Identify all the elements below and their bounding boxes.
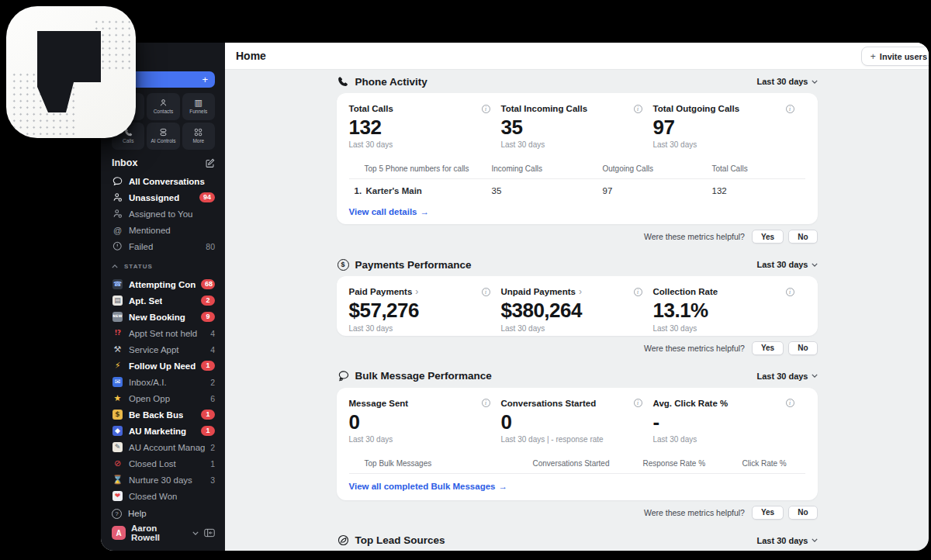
compose-icon[interactable]: [205, 158, 215, 168]
sidebar-status-item[interactable]: ◆ AU Marketing 1: [101, 423, 225, 439]
avatar: A: [112, 526, 126, 540]
status-emoji-icon: ★: [112, 393, 123, 403]
status-count: 4: [210, 329, 215, 338]
sidebar-status-item[interactable]: ☎ Attempting Contact 68: [101, 276, 225, 292]
sidebar-item-assigned-to-you[interactable]: Assigned to You: [101, 206, 225, 222]
chevron-down-icon: [812, 80, 818, 84]
feedback-no-button[interactable]: No: [788, 230, 817, 244]
sidebar-status-item[interactable]: ✉ Inbox/A.I. 2: [101, 374, 225, 390]
info-icon[interactable]: i: [634, 288, 642, 296]
tile-ai-controls[interactable]: AI Controls: [147, 123, 179, 150]
status-badge: 1: [201, 426, 215, 436]
brand-logo: [6, 6, 136, 138]
status-count: 4: [210, 345, 215, 354]
phone-table-row: 1. Karter's Main 35 97 132: [349, 179, 805, 202]
info-icon[interactable]: i: [482, 399, 490, 407]
status-nav: ☎ Attempting Contact 68 ▤ Apt. Set 2: [101, 276, 225, 504]
sidebar-status-item[interactable]: ⌛ Nurture 30 days 3: [101, 472, 225, 488]
metric: Total Incoming Calls i 35 Last 30 days: [501, 103, 653, 149]
feedback-yes-button[interactable]: Yes: [752, 506, 784, 520]
metrics-feedback: Were these metrics helpful? Yes No: [337, 342, 818, 354]
bulk-table-header: Top Bulk Messages Conversations Started …: [349, 459, 805, 474]
tile-more[interactable]: More: [182, 123, 215, 150]
info-icon[interactable]: i: [482, 105, 490, 113]
section-top-lead-sources-header: Top Lead Sources Last 30 days: [337, 534, 818, 547]
sidebar-item-failed[interactable]: Failed 80: [101, 238, 225, 254]
person-gear-icon: [112, 192, 123, 202]
metric: Collection Rate i 13.1% Last 30 days: [653, 286, 805, 332]
status-emoji-icon: ▤: [112, 296, 123, 306]
arrow-right-icon: →: [421, 207, 430, 216]
section-phone-activity-header: Phone Activity Last 30 days: [337, 75, 818, 88]
sidebar-status-item[interactable]: NEW New Booking 9: [101, 309, 225, 325]
metric: Paid Payments › i $57,276 Last 30 days: [349, 286, 501, 332]
sidebar-item-mentioned[interactable]: @ Mentioned: [101, 222, 225, 238]
exclamation-circle-icon: [112, 241, 123, 251]
tile-funnels[interactable]: ▥ Funnels: [182, 93, 215, 120]
chevron-down-icon: [812, 263, 818, 267]
help-button[interactable]: ? Help: [112, 504, 215, 523]
inbox-title: Inbox: [112, 157, 137, 168]
at-sign-icon: @: [112, 226, 123, 235]
sidebar-status-item[interactable]: ⚒ Service Appt 4: [101, 341, 225, 358]
phone-line-name: Karter's Main: [366, 186, 422, 195]
sidebar-status-item[interactable]: !? Appt Set not held 4: [101, 325, 225, 341]
sidebar-status-item[interactable]: ★ Open Opp 6: [101, 390, 225, 406]
date-range-dropdown[interactable]: Last 30 days: [756, 372, 817, 381]
view-call-details-link[interactable]: View call details→: [349, 207, 430, 216]
leaf-circle-icon: [337, 534, 350, 547]
status-group-header[interactable]: STATUS: [101, 261, 225, 271]
sidebar-status-item[interactable]: ⚡ Follow Up Needed 1: [101, 358, 225, 374]
invite-users-button[interactable]: + Invite users: [861, 47, 929, 66]
metric: Total Calls i 132 Last 30 days: [349, 103, 501, 149]
status-emoji-icon: ⊘: [112, 458, 123, 468]
sidebar-status-item[interactable]: ⊘ Closed Lost 1: [101, 455, 225, 472]
info-icon[interactable]: i: [786, 399, 794, 407]
sidebar-item-unassigned[interactable]: Unassigned 94: [101, 189, 225, 206]
status-emoji-icon: ⚒: [112, 344, 123, 354]
sidebar-status-item[interactable]: ▤ Apt. Set 2: [101, 292, 225, 309]
chevron-down-icon: [192, 531, 199, 535]
chevron-right-icon[interactable]: ›: [415, 287, 418, 296]
plus-icon: +: [202, 74, 208, 85]
status-emoji-icon: ❤: [112, 491, 123, 501]
section-bulk-message-header: Bulk Message Performance Last 30 days: [337, 370, 818, 382]
ai-controls-stack-icon: [159, 128, 168, 137]
sidebar-item-all-conversations[interactable]: All Conversations: [101, 173, 225, 189]
collapse-sidebar-icon[interactable]: [204, 528, 215, 538]
info-icon[interactable]: i: [634, 105, 642, 113]
sidebar-status-item[interactable]: ❤ Closed Won: [101, 488, 225, 504]
date-range-dropdown[interactable]: Last 30 days: [756, 260, 817, 269]
inbox-nav: All Conversations Unassigned 94 Assigned…: [101, 173, 225, 254]
view-bulk-messages-link[interactable]: View all completed Bulk Messages→: [349, 482, 507, 491]
feedback-yes-button[interactable]: Yes: [752, 341, 784, 355]
status-emoji-icon: NEW: [112, 312, 123, 322]
metric: Unpaid Payments › i $380,264 Last 30 day…: [501, 286, 653, 332]
help-icon: ?: [112, 509, 122, 519]
info-icon[interactable]: i: [482, 288, 490, 296]
phone-table-header: Top 5 Phone numbers for calls Incoming C…: [349, 164, 805, 179]
date-range-dropdown[interactable]: Last 30 days: [756, 77, 817, 86]
info-icon[interactable]: i: [786, 105, 794, 113]
metrics-feedback: Were these metrics helpful? Yes No: [337, 506, 818, 519]
section-payments-header: $ Payments Performance Last 30 days: [337, 258, 818, 271]
metric: Total Outgoing Calls i 97 Last 30 days: [653, 103, 805, 149]
feedback-no-button[interactable]: No: [788, 506, 817, 520]
feedback-no-button[interactable]: No: [788, 341, 817, 355]
date-range-dropdown[interactable]: Last 30 days: [756, 536, 817, 545]
sidebar-status-item[interactable]: ✎ AU Account Manageme 2: [101, 439, 225, 455]
metric: Avg. Click Rate % i - Last 30 days: [653, 398, 805, 444]
contacts-person-icon: [159, 99, 168, 107]
info-icon[interactable]: i: [786, 288, 794, 296]
metric: Message Sent i 0 Last 30 days: [349, 398, 501, 444]
sidebar-status-item[interactable]: $ Be Back Bus 1: [101, 406, 225, 423]
info-icon[interactable]: i: [634, 399, 642, 407]
chevron-right-icon[interactable]: ›: [579, 287, 582, 296]
status-badge: 1: [201, 410, 215, 420]
status-emoji-icon: $: [112, 410, 123, 420]
tile-contacts[interactable]: Contacts: [147, 93, 179, 120]
user-menu[interactable]: A Aaron Rowell: [112, 523, 215, 543]
phone-activity-card: Total Calls i 132 Last 30 days Total Inc…: [337, 93, 818, 224]
dashboard-content: Phone Activity Last 30 days Total Calls: [225, 70, 929, 551]
feedback-yes-button[interactable]: Yes: [752, 230, 784, 244]
